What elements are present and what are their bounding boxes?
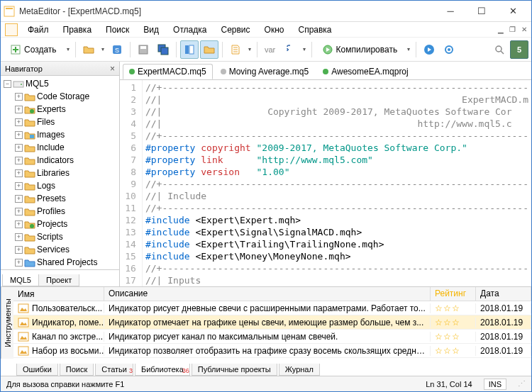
bottom-vertical-tab[interactable]: Инструменты [1,287,13,359]
bottom-tab[interactable]: Библиотека36 [135,364,190,376]
search-icon-button[interactable] [490,40,509,59]
save-button[interactable] [134,40,153,59]
open-button[interactable] [79,40,98,59]
tree-item[interactable]: +Code Storage [1,90,119,103]
expand-icon[interactable]: + [15,169,23,177]
folder-icon [24,91,35,101]
resize-grip-icon[interactable]: ⋰ [518,379,526,388]
svg-rect-27 [18,347,28,355]
menu-Вид[interactable]: Вид [136,23,166,36]
menu-Сервис[interactable]: Сервис [214,23,257,36]
mdi-close-icon[interactable]: ✕ [519,26,530,33]
navigator-close-icon[interactable]: × [110,64,115,74]
tree-item[interactable]: +Presets [1,192,119,205]
expand-icon[interactable]: + [15,131,23,139]
nav-tab-mql5[interactable]: MQL5 [2,274,39,286]
svg-rect-22 [30,135,34,138]
tree-item[interactable]: +Logs [1,179,119,192]
expand-icon[interactable]: + [15,93,23,101]
folder-icon [24,104,35,114]
tree-item[interactable]: +Experts [1,103,119,116]
navigator-tabs: MQL5 Проект [1,269,119,286]
menu-Поиск[interactable]: Поиск [99,23,136,36]
collapse-icon[interactable]: − [4,80,11,88]
function-list-button[interactable] [281,40,299,59]
status-ins[interactable]: INS [484,379,506,390]
tree-item[interactable]: +Images [1,128,119,141]
tree-item[interactable]: +Include [1,141,119,154]
bottom-tab[interactable]: Статьи3 [95,364,133,376]
svg-text:S: S [115,47,119,54]
notification-button[interactable]: 5 [510,40,528,59]
styler-button[interactable] [226,40,245,59]
maximize-button[interactable]: ☐ [466,1,497,21]
menu-Отладка[interactable]: Отладка [166,23,214,36]
expand-icon[interactable]: + [15,118,23,126]
compile-dropdown[interactable]: ▾ [405,46,412,52]
expand-icon[interactable]: + [15,195,23,203]
tree-item[interactable]: +Libraries [1,167,119,179]
expand-icon[interactable]: + [15,106,23,113]
table-row[interactable]: Индикатор, поме...Индикатор отмечает на … [13,315,531,330]
tree-item[interactable]: +Services [1,243,119,256]
mql5-storage-button[interactable]: S [108,40,126,59]
menu-Файл[interactable]: Файл [21,23,56,36]
navigator-toggle-button[interactable] [180,40,199,59]
tree-item[interactable]: +Files [1,116,119,128]
editor-tab[interactable]: ExpertMACD.mq5 [123,64,213,79]
terminal-button[interactable] [420,40,438,59]
tree-root[interactable]: − MQL5 [1,77,119,90]
expand-icon[interactable]: + [15,220,23,228]
editor-tab[interactable]: Moving Average.mq5 [214,64,316,79]
expand-icon[interactable]: + [15,259,23,267]
library-grid: Имя Описание Рейтинг Дата Пользовательск… [13,287,531,359]
editor-tabs: ExpertMACD.mq5Moving Average.mq5AwesomeE… [120,62,531,80]
tree-item[interactable]: +Projects [1,218,119,230]
save-all-button[interactable] [154,40,172,59]
var-button[interactable]: var [261,40,279,59]
code-area[interactable]: 1234567891011121314151617 //+-----------… [120,80,531,286]
toolbox-toggle-button[interactable] [200,40,218,59]
svg-rect-10 [161,47,168,55]
nav-tab-project[interactable]: Проект [38,274,79,286]
close-button[interactable]: ✕ [497,1,528,21]
svg-point-20 [21,84,22,85]
source-text[interactable]: //+-------------------------------------… [143,80,531,286]
expand-icon[interactable]: + [15,182,23,190]
bottom-tab[interactable]: Журнал [279,364,320,376]
table-row[interactable]: Пользовательск...Индикатор рисует дневны… [13,301,531,315]
folder-icon [24,142,35,152]
expand-icon[interactable]: + [15,144,23,152]
menu-Справка[interactable]: Справка [291,23,338,36]
table-row[interactable]: Набор из восьми...Индикатор позволяет от… [13,344,531,358]
settings-button[interactable] [440,40,458,59]
styler-dropdown[interactable]: ▾ [246,46,253,52]
editor-tab[interactable]: AwesomeEA.mqproj [316,64,415,79]
expand-icon[interactable]: + [15,246,23,254]
menu-Окно[interactable]: Окно [257,23,292,36]
create-button[interactable]: Создать [4,40,63,59]
folder-icon [24,155,35,165]
open-dropdown[interactable]: ▾ [99,46,106,52]
table-row[interactable]: Канал по экстре...Индикатор рисует канал… [13,330,531,344]
expand-icon[interactable]: + [15,233,23,241]
tree-item[interactable]: +Scripts [1,230,119,243]
bottom-tab[interactable]: Поиск [60,364,94,376]
mdi-minimize-icon[interactable]: ▁ [495,26,506,33]
function-dropdown[interactable]: ▾ [301,46,308,52]
bottom-tab[interactable]: Ошибки [16,364,58,376]
expand-icon[interactable]: + [15,157,23,164]
expand-icon[interactable]: + [15,208,23,215]
tree-item[interactable]: +Profiles [1,205,119,218]
system-menu-icon[interactable] [5,23,18,36]
navigator-tree[interactable]: − MQL5 +Code Storage+Experts+Files+Image… [1,76,119,269]
menu-Правка[interactable]: Правка [56,23,99,36]
mdi-restore-icon[interactable]: ❐ [506,26,519,33]
create-dropdown[interactable]: ▾ [65,46,72,52]
compile-button[interactable]: Компилировать [316,40,404,59]
tree-item[interactable]: +Indicators [1,154,119,167]
minimize-button[interactable]: ─ [435,1,466,21]
tree-item[interactable]: +Shared Projects [1,256,119,269]
svg-rect-12 [189,45,194,54]
bottom-tab[interactable]: Публичные проекты [192,364,277,376]
